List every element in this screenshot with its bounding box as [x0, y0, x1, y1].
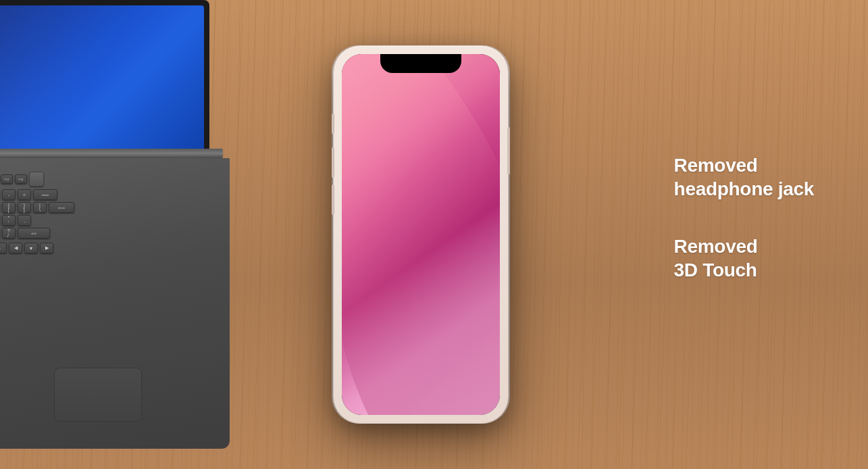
iphone-notch: [380, 54, 461, 73]
key-minus[interactable]: -: [2, 189, 16, 200]
key-f12[interactable]: F12: [15, 174, 27, 184]
iphone-mute-switch: [332, 114, 334, 134]
iphone-volume-up: [332, 147, 334, 178]
key-close-bracket[interactable]: }]: [18, 202, 31, 213]
key-delete[interactable]: delete: [33, 189, 57, 200]
trackpad[interactable]: [54, 368, 142, 422]
key-equals[interactable]: =: [18, 189, 31, 200]
key-open-bracket[interactable]: {[: [2, 202, 16, 213]
wallpaper-shape: [342, 54, 500, 415]
macbook-hinge: [0, 149, 223, 158]
macbook-base: F10 F11 F12 0 - = delete P {[ }] |\ retu…: [0, 158, 230, 449]
macbook-display: [0, 0, 209, 155]
annotation-3d-touch: Removed 3D Touch: [674, 234, 814, 282]
keyboard: F10 F11 F12 0 - = delete P {[ }] |\ retu…: [0, 172, 203, 361]
key-shift[interactable]: shift: [18, 228, 50, 239]
annotation-3dtouch-line2: 3D Touch: [674, 258, 814, 282]
iphone-power-button: [507, 127, 510, 174]
iphone-screen: [342, 54, 500, 415]
key-right[interactable]: ▶: [40, 243, 53, 253]
key-down[interactable]: ▼: [24, 243, 38, 253]
key-option[interactable]: option: [0, 243, 7, 253]
key-backslash[interactable]: |\: [33, 202, 47, 213]
annotation-headphone-jack: Removed headphone jack: [674, 153, 814, 201]
iphone-body: [333, 45, 509, 424]
key-comma[interactable]: ,: [18, 215, 31, 226]
key-power[interactable]: [29, 172, 44, 187]
macbook: F10 F11 F12 0 - = delete P {[ }] |\ retu…: [0, 0, 263, 439]
iphone-volume-down: [332, 184, 334, 215]
annotation-headphone-line1: Removed: [674, 153, 814, 177]
annotation-headphone-line2: headphone jack: [674, 177, 814, 201]
key-left[interactable]: ◀: [9, 243, 22, 253]
iphone-wallpaper: [342, 54, 500, 415]
key-slash[interactable]: ?/: [2, 228, 16, 239]
key-f11[interactable]: F11: [1, 174, 13, 184]
key-return[interactable]: return: [49, 202, 74, 213]
macbook-screen: [0, 5, 204, 155]
iphone: [333, 45, 509, 424]
annotation-3dtouch-line1: Removed: [674, 234, 814, 258]
annotations: Removed headphone jack Removed 3D Touch: [674, 153, 814, 316]
key-quote[interactable]: "': [2, 215, 16, 226]
